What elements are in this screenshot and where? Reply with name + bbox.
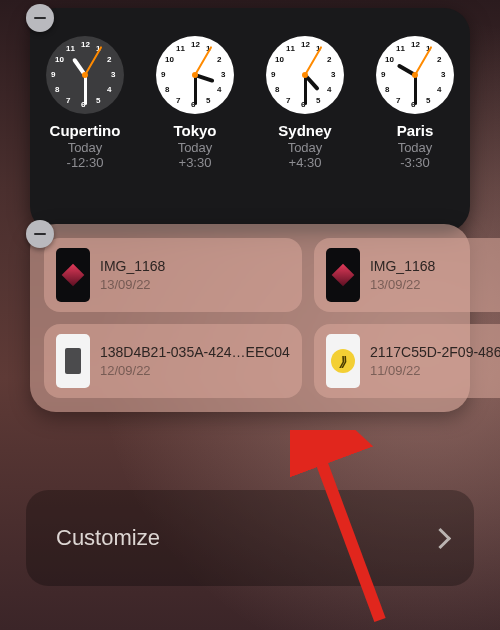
clock-column: 123456789101112 Paris Today -3:30 bbox=[365, 36, 465, 170]
file-tile[interactable]: 138D4B21-035A-424…EEC04 12/09/22 bbox=[44, 324, 302, 398]
clock-offset-label: -3:30 bbox=[400, 155, 430, 170]
chevron-right-icon bbox=[430, 527, 451, 548]
clock-column: 123456789101112 Tokyo Today +3:30 bbox=[145, 36, 245, 170]
file-name-label: 2117C55D-2F09-486…BFF44 bbox=[370, 344, 500, 362]
clock-city-label: Sydney bbox=[278, 122, 331, 139]
clock-city-label: Paris bbox=[397, 122, 434, 139]
file-date-label: 11/09/22 bbox=[370, 363, 500, 378]
file-tile[interactable]: IMG_1168 13/09/22 bbox=[314, 238, 500, 312]
clock-day-label: Today bbox=[398, 140, 433, 155]
minus-icon bbox=[34, 17, 46, 20]
file-thumbnail: ⟫ bbox=[326, 334, 360, 388]
clock-face-paris: 123456789101112 bbox=[376, 36, 454, 114]
clock-offset-label: +4:30 bbox=[289, 155, 322, 170]
file-tile[interactable]: IMG_1168 13/09/22 bbox=[44, 238, 302, 312]
clock-day-label: Today bbox=[68, 140, 103, 155]
remove-widget-button[interactable] bbox=[26, 220, 54, 248]
file-thumbnail bbox=[326, 248, 360, 302]
remove-widget-button[interactable] bbox=[26, 4, 54, 32]
clock-offset-label: -12:30 bbox=[67, 155, 104, 170]
clock-column: 123456789101112 Sydney Today +4:30 bbox=[255, 36, 355, 170]
clock-column: 123456789101112 Cupertino Today -12:30 bbox=[35, 36, 135, 170]
world-clock-widget[interactable]: 123456789101112 Cupertino Today -12:30 1… bbox=[30, 8, 470, 232]
clock-offset-label: +3:30 bbox=[179, 155, 212, 170]
clock-city-label: Cupertino bbox=[50, 122, 121, 139]
clock-face-cupertino: 123456789101112 bbox=[46, 36, 124, 114]
clock-day-label: Today bbox=[288, 140, 323, 155]
clock-face-tokyo: 123456789101112 bbox=[156, 36, 234, 114]
clock-city-label: Tokyo bbox=[173, 122, 216, 139]
file-date-label: 13/09/22 bbox=[370, 277, 435, 292]
file-name-label: IMG_1168 bbox=[370, 258, 435, 276]
file-name-label: 138D4B21-035A-424…EEC04 bbox=[100, 344, 290, 362]
customize-label: Customize bbox=[56, 525, 160, 551]
clock-day-label: Today bbox=[178, 140, 213, 155]
files-widget[interactable]: IMG_1168 13/09/22 IMG_1168 13/09/22 138D… bbox=[30, 224, 470, 412]
customize-button[interactable]: Customize bbox=[26, 490, 474, 586]
file-thumbnail bbox=[56, 248, 90, 302]
file-tile[interactable]: ⟫ 2117C55D-2F09-486…BFF44 11/09/22 bbox=[314, 324, 500, 398]
file-name-label: IMG_1168 bbox=[100, 258, 165, 276]
file-date-label: 12/09/22 bbox=[100, 363, 290, 378]
file-thumbnail bbox=[56, 334, 90, 388]
file-date-label: 13/09/22 bbox=[100, 277, 165, 292]
clock-face-sydney: 123456789101112 bbox=[266, 36, 344, 114]
minus-icon bbox=[34, 233, 46, 236]
